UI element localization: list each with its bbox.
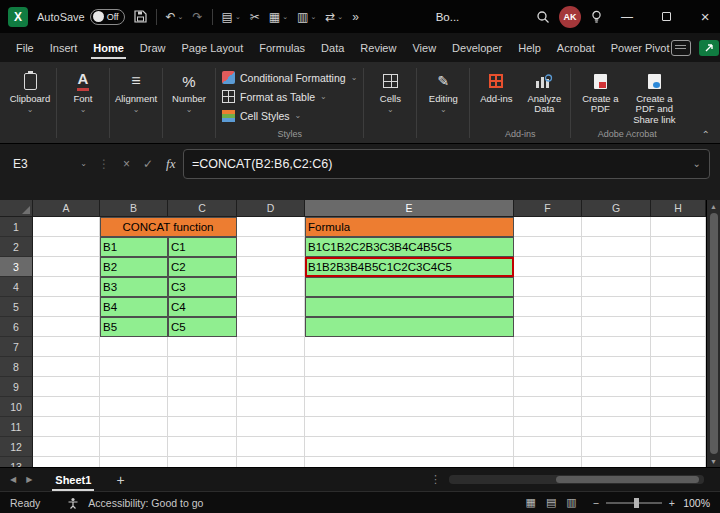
cell-G5[interactable] <box>582 297 651 317</box>
cell-E13[interactable] <box>305 457 514 467</box>
insert-function-button[interactable]: fx <box>166 156 175 172</box>
cell-C6[interactable]: C5 <box>168 317 237 337</box>
zoom-out-button[interactable]: − <box>593 497 599 509</box>
cell-G13[interactable] <box>582 457 651 467</box>
cell-F12[interactable] <box>514 437 582 457</box>
cell-A7[interactable] <box>33 337 100 357</box>
cell-G6[interactable] <box>582 317 651 337</box>
cell-B13[interactable] <box>100 457 168 467</box>
zoom-slider[interactable] <box>606 502 662 504</box>
vertical-scroll-thumb[interactable] <box>710 213 718 454</box>
collapse-ribbon-button[interactable]: ⌃ <box>702 129 710 140</box>
cell-D5[interactable] <box>237 297 305 317</box>
cell-A1[interactable] <box>33 217 100 237</box>
row-header-8[interactable]: 8 <box>0 357 33 377</box>
column-header-d[interactable]: D <box>237 200 305 217</box>
cell-F3[interactable] <box>514 257 582 277</box>
cell-A11[interactable] <box>33 417 100 437</box>
row-header-1[interactable]: 1 <box>0 217 33 237</box>
name-box[interactable]: E3 ⌄ <box>8 151 92 177</box>
cell-H11[interactable] <box>651 417 706 437</box>
cell-A13[interactable] <box>33 457 100 467</box>
cell-B4[interactable]: B3 <box>100 277 168 297</box>
cell-E6[interactable] <box>305 317 514 337</box>
next-sheet-icon[interactable]: ▶ <box>26 475 32 484</box>
tell-me-button[interactable] <box>590 10 603 24</box>
row-header-10[interactable]: 10 <box>0 397 33 417</box>
cell-C2[interactable]: C1 <box>168 237 237 257</box>
cell-B5[interactable]: B4 <box>100 297 168 317</box>
cell-G2[interactable] <box>582 237 651 257</box>
cell-D10[interactable] <box>237 397 305 417</box>
formula-input[interactable]: =CONCAT(B2:B6,C2:C6) ⌄ <box>183 149 710 179</box>
cell-B11[interactable] <box>100 417 168 437</box>
cell-G12[interactable] <box>582 437 651 457</box>
expand-formula-bar-icon[interactable]: ⌄ <box>693 159 701 169</box>
cell-D11[interactable] <box>237 417 305 437</box>
cell-B12[interactable] <box>100 437 168 457</box>
row-header-11[interactable]: 11 <box>0 417 33 437</box>
cell-D8[interactable] <box>237 357 305 377</box>
cell-F13[interactable] <box>514 457 582 467</box>
account-avatar[interactable]: AK <box>559 6 581 28</box>
maximize-button[interactable] <box>651 0 681 33</box>
cell-H6[interactable] <box>651 317 706 337</box>
cell-H4[interactable] <box>651 277 706 297</box>
page-layout-view-icon[interactable]: ▤ <box>546 496 556 509</box>
menu-tab-insert[interactable]: Insert <box>48 33 80 62</box>
menu-tab-review[interactable]: Review <box>358 33 398 62</box>
cell-E9[interactable] <box>305 377 514 397</box>
column-header-h[interactable]: H <box>651 200 706 217</box>
column-header-g[interactable]: G <box>582 200 651 217</box>
zoom-in-button[interactable]: + <box>669 497 675 509</box>
cell-A5[interactable] <box>33 297 100 317</box>
cell-F8[interactable] <box>514 357 582 377</box>
cell-G4[interactable] <box>582 277 651 297</box>
cell-E1[interactable]: Formula <box>305 217 514 237</box>
cell-H9[interactable] <box>651 377 706 397</box>
cell-E2[interactable]: B1C1B2C2B3C3B4C4B5C5 <box>305 237 514 257</box>
cell-C12[interactable] <box>168 437 237 457</box>
cell-D9[interactable] <box>237 377 305 397</box>
cell-C13[interactable] <box>168 457 237 467</box>
cell-B3[interactable]: B2 <box>100 257 168 277</box>
select-all-button[interactable] <box>0 200 33 217</box>
save-button[interactable] <box>134 10 147 23</box>
cell-D7[interactable] <box>237 337 305 357</box>
row-header-9[interactable]: 9 <box>0 377 33 397</box>
add-sheet-button[interactable]: + <box>116 472 124 488</box>
search-button[interactable] <box>536 10 550 24</box>
cell-E4[interactable] <box>305 277 514 297</box>
column-header-e[interactable]: E <box>305 200 514 217</box>
cell-F5[interactable] <box>514 297 582 317</box>
cell-H2[interactable] <box>651 237 706 257</box>
comments-button[interactable] <box>671 40 691 56</box>
share-button[interactable] <box>699 40 719 56</box>
row-header-5[interactable]: 5 <box>0 297 33 317</box>
cell-D1[interactable] <box>237 217 305 237</box>
cells-group-button[interactable]: Cells ⌄ <box>366 65 414 143</box>
cell-A12[interactable] <box>33 437 100 457</box>
cell-styles-button[interactable]: Cell Styles ⌄ <box>222 106 357 125</box>
enter-button[interactable]: ✓ <box>143 157 153 171</box>
cell-C10[interactable] <box>168 397 237 417</box>
scroll-down-icon[interactable]: ▼ <box>710 455 717 467</box>
cell-A9[interactable] <box>33 377 100 397</box>
vertical-scrollbar[interactable]: ▲ ▼ <box>706 200 720 467</box>
analyze-data-button[interactable]: Analyze Data <box>520 65 568 115</box>
cell-F6[interactable] <box>514 317 582 337</box>
cell-F1[interactable] <box>514 217 582 237</box>
redo-button[interactable]: ↷ <box>192 11 202 23</box>
autosave-control[interactable]: AutoSave Off <box>37 9 125 25</box>
create-pdf-share-link-button[interactable]: Create a PDF and Share link <box>627 65 681 125</box>
row-header-12[interactable]: 12 <box>0 437 33 457</box>
cell-G10[interactable] <box>582 397 651 417</box>
cell-F9[interactable] <box>514 377 582 397</box>
cell-E5[interactable] <box>305 297 514 317</box>
menu-tab-home[interactable]: Home <box>91 33 126 62</box>
cell-B6[interactable]: B5 <box>100 317 168 337</box>
menu-tab-file[interactable]: File <box>14 33 36 62</box>
cell-B9[interactable] <box>100 377 168 397</box>
menu-tab-data[interactable]: Data <box>319 33 346 62</box>
cell-C11[interactable] <box>168 417 237 437</box>
